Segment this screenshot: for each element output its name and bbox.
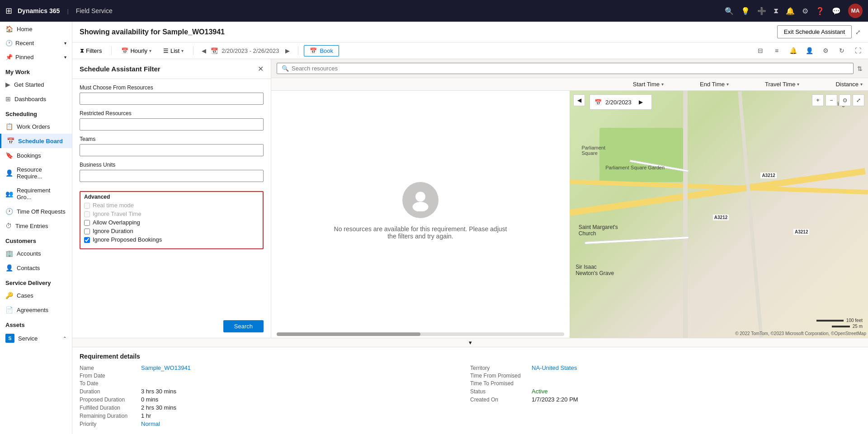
ignore-proposed-checkbox[interactable]	[84, 237, 90, 243]
map-zoom-out-button[interactable]: −	[826, 94, 837, 106]
teams-label: Teams	[80, 136, 264, 142]
work-orders-icon: 📋	[5, 123, 13, 130]
ignore-travel-checkbox[interactable]	[84, 211, 90, 217]
map-label-st-margaret: Saint Margaret'sChurch	[579, 224, 618, 237]
alert-icon[interactable]: 🔔	[787, 44, 799, 57]
dashboards-icon: ⊞	[5, 95, 11, 103]
req-priority-value[interactable]: Normal	[141, 420, 160, 427]
filters-button[interactable]: ⧗ Filters	[76, 45, 106, 56]
allow-overlap-label: Allow Overlapping	[93, 219, 140, 226]
bell-icon[interactable]: 🔔	[786, 7, 795, 15]
ignore-duration-label: Ignore Duration	[93, 228, 133, 234]
real-time-checkbox[interactable]	[84, 203, 90, 209]
req-name-value[interactable]: Sample_WO13941	[141, 364, 191, 371]
book-button[interactable]: 📅 Book	[304, 45, 339, 56]
search-resources-input[interactable]	[292, 65, 849, 72]
sidebar-item-service[interactable]: S Service ⌃	[0, 330, 72, 346]
service-expand[interactable]: ⌃	[63, 336, 66, 341]
waffle-icon[interactable]: ⊞	[5, 6, 12, 16]
filter-icon[interactable]: ⧗	[774, 7, 778, 15]
req-remaining-duration-row: Remaining Duration 1 hr	[80, 412, 470, 419]
sidebar-item-get-started[interactable]: ▶ Get Started	[0, 77, 72, 92]
req-duration-row: Duration 3 hrs 30 mins	[80, 388, 470, 395]
date-prev-button[interactable]: ◀	[199, 46, 209, 56]
calendar-icon: 📅	[121, 47, 128, 54]
must-choose-input[interactable]	[80, 93, 264, 105]
hourly-dropdown-button[interactable]: 📅 Hourly ▾	[117, 45, 156, 56]
map-label-newton: Sir IsaacNewton's Grave	[576, 264, 614, 276]
ignore-travel-row: Ignore Travel Time	[84, 210, 259, 217]
date-next-button[interactable]: ▶	[283, 46, 292, 56]
help-icon[interactable]: ❓	[816, 7, 825, 15]
plus-icon[interactable]: ➕	[757, 7, 766, 15]
req-time-from-row: Time From Promised	[470, 373, 861, 379]
teams-input[interactable]	[80, 144, 264, 156]
travel-time-header[interactable]: Travel Time ▾	[765, 81, 799, 88]
filter-body: Must Choose From Resources Restricted Re…	[72, 79, 271, 317]
person-icon[interactable]: 👤	[803, 44, 816, 57]
chat-icon[interactable]: 💬	[832, 7, 841, 15]
expand-icon[interactable]: ⤢	[855, 28, 861, 36]
sidebar-item-accounts[interactable]: 🏢 Accounts	[0, 246, 72, 261]
sidebar-item-bookings[interactable]: 🔖 Bookings	[0, 148, 72, 163]
link-icon[interactable]: ⛶	[852, 44, 864, 57]
req-proposed-duration-label: Proposed Duration	[80, 397, 138, 403]
map-next-button[interactable]: ▶	[635, 96, 647, 108]
map-layers-button[interactable]: ⊙	[839, 94, 851, 106]
lightbulb-icon[interactable]: 💡	[741, 7, 750, 15]
req-fulfilled-duration-label: Fulfilled Duration	[80, 405, 138, 411]
distance-header[interactable]: Distance ▾	[835, 81, 863, 88]
settings-icon[interactable]: ⚙	[802, 7, 808, 15]
distance-sort-icon: ▾	[860, 82, 863, 87]
end-time-header[interactable]: End Time ▾	[700, 81, 729, 88]
ignore-duration-checkbox[interactable]	[84, 229, 90, 234]
grid-view-icon[interactable]: ⊟	[754, 44, 767, 57]
sidebar-item-work-orders[interactable]: 📋 Work Orders	[0, 119, 72, 134]
settings2-icon[interactable]: ⚙	[819, 44, 832, 57]
list-dropdown-button[interactable]: ☰ List ▾	[159, 45, 188, 56]
sidebar-item-dashboards[interactable]: ⊞ Dashboards	[0, 92, 72, 106]
requirement-details-title: Requirement details	[80, 353, 861, 360]
req-to-date-label: To Date	[80, 380, 138, 387]
req-priority-row: Priority Normal	[80, 420, 470, 427]
pin-icon: 📌	[5, 54, 13, 61]
end-time-sort-icon: ▾	[726, 82, 729, 87]
filter-funnel-icon: ⧗	[80, 47, 84, 54]
list-view-icon[interactable]: ≡	[770, 44, 783, 57]
sidebar-item-pinned[interactable]: 📌 Pinned ▾	[0, 50, 72, 64]
sort-resources-icon[interactable]: ⇅	[857, 65, 863, 72]
sidebar-item-req-groups[interactable]: 👥 Requirement Gro...	[0, 183, 72, 204]
exit-schedule-assistant-button[interactable]: Exit Schedule Assistant	[777, 25, 852, 38]
sidebar-item-home[interactable]: 🏠 Home	[0, 22, 72, 36]
map-prev-button[interactable]: ◀	[573, 94, 585, 106]
map-expand-button[interactable]: ⤢	[853, 94, 864, 106]
business-units-input[interactable]	[80, 170, 264, 182]
refresh-icon[interactable]: ↻	[835, 44, 848, 57]
allow-overlap-checkbox[interactable]	[84, 220, 90, 226]
ignore-travel-label: Ignore Travel Time	[93, 210, 142, 217]
search-icon[interactable]: 🔍	[725, 7, 734, 15]
req-territory-value[interactable]: NA-United States	[532, 364, 577, 371]
schedule-toolbar: ⧗ Filters 📅 Hourly ▾ ☰ List ▾ ◀ 📆 2/20/2…	[72, 42, 868, 59]
horizontal-scrollbar[interactable]	[271, 331, 570, 338]
sidebar-item-resource-req[interactable]: 👤 Resource Require...	[0, 163, 72, 183]
filter-panel-title: Schedule Assistant Filter	[80, 65, 160, 73]
map-zoom-in-button[interactable]: +	[812, 94, 824, 106]
restricted-input[interactable]	[80, 118, 264, 131]
collapse-bar[interactable]: ▾	[72, 338, 868, 347]
sidebar-item-schedule-board[interactable]: 📅 Schedule Board	[0, 134, 72, 148]
sidebar-item-recent[interactable]: 🕐 Recent ▾	[0, 36, 72, 50]
sidebar-item-time-entries[interactable]: ⏱ Time Entries	[0, 219, 72, 233]
allow-overlap-row: Allow Overlapping	[84, 219, 259, 226]
filter-close-button[interactable]: ✕	[258, 65, 264, 73]
requirement-details-grid: Name Sample_WO13941 From Date To Date	[80, 364, 861, 429]
sidebar-item-agreements[interactable]: 📄 Agreements	[0, 303, 72, 317]
search-button[interactable]: Search	[223, 320, 264, 332]
start-time-header[interactable]: Start Time ▾	[633, 81, 664, 88]
sidebar-item-cases[interactable]: 🔑 Cases	[0, 288, 72, 303]
search-resources-field[interactable]: 🔍	[277, 63, 854, 74]
user-avatar[interactable]: MA	[848, 4, 863, 18]
customers-group: Customers	[0, 233, 72, 246]
sidebar-item-contacts[interactable]: 👤 Contacts	[0, 261, 72, 275]
sidebar-item-time-off[interactable]: 🕐 Time Off Requests	[0, 204, 72, 219]
